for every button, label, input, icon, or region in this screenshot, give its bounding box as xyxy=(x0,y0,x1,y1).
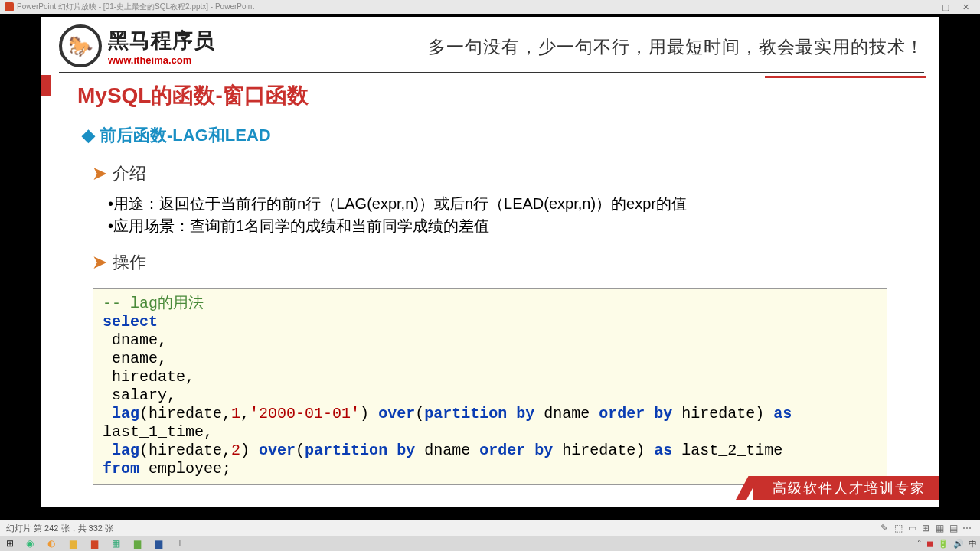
app-icon[interactable]: ▆ xyxy=(129,537,145,549)
titlebar-text: PowerPoint 幻灯片放映 - [01-史上最全的SQL教程2.pptx]… xyxy=(17,2,254,12)
taskbar: ⊞ ◉ ◐ ▆ ▆ ▦ ▆ ▆ T ˄ ◼ 🔋 🔊 中 xyxy=(0,536,980,551)
logo-cn: 黑马程序员 xyxy=(108,27,215,54)
explorer-icon[interactable]: ▆ xyxy=(64,537,81,549)
arrow-icon: ➤ xyxy=(93,164,106,183)
code-keyword: over xyxy=(259,442,296,459)
footer-badge: 高级软件人才培训专家 xyxy=(753,476,939,500)
reading-view-icon[interactable]: ▦ xyxy=(933,523,946,533)
bullet-scenario: •应用场景：查询前1名同学的成绩和当前同学成绩的差值 xyxy=(108,215,903,237)
normal-view-icon[interactable]: ▭ xyxy=(905,523,919,533)
code-string: '2000-01-01' xyxy=(250,405,360,422)
tray-volume-icon[interactable]: 🔊 xyxy=(953,539,964,549)
page-title: MySQL的函数-窗口函数 xyxy=(77,81,903,110)
code-number: 2 xyxy=(231,442,240,459)
code-col: last_1_time, xyxy=(103,423,213,441)
browser-icon[interactable]: ◐ xyxy=(43,537,60,549)
sorter-view-icon[interactable]: ⊞ xyxy=(919,523,933,533)
slideshow-icon[interactable]: ▤ xyxy=(946,523,960,533)
subtitle: ◆前后函数-LAG和LEAD xyxy=(82,124,903,147)
powerpoint-task-icon[interactable]: ▆ xyxy=(86,537,103,549)
statusbar: 幻灯片 第 242 张，共 332 张 ✎ ⬚ ▭ ⊞ ▦ ▤ ⋯ xyxy=(0,520,980,536)
code-keyword: select xyxy=(103,313,158,331)
pointer-icon[interactable]: ⬚ xyxy=(891,523,905,533)
code-keyword: as xyxy=(654,442,672,459)
code-keyword: lag xyxy=(103,442,139,459)
tray-ime-icon[interactable]: 中 xyxy=(969,538,977,549)
code-col: dname, xyxy=(103,331,167,349)
tray-app-icon[interactable]: ◼ xyxy=(926,539,933,549)
maximize-button[interactable]: ▢ xyxy=(936,2,956,12)
header-accent xyxy=(765,76,926,78)
system-tray[interactable]: ˄ ◼ 🔋 🔊 中 xyxy=(917,538,977,549)
code-block: -- lag的用法 select dname, ename, hiredate,… xyxy=(93,288,887,485)
section-ops: ➤操作 xyxy=(93,251,903,274)
code-number: 1 xyxy=(231,405,240,422)
logo: 🐎 黑马程序员 www.itheima.com xyxy=(59,24,215,67)
calc-icon[interactable]: ▦ xyxy=(107,537,124,549)
pen-icon[interactable]: ✎ xyxy=(877,523,891,533)
bullet-usage: •用途：返回位于当前行的前n行（LAG(expr,n)）或后n行（LEAD(ex… xyxy=(108,193,903,215)
slide-content: MySQL的函数-窗口函数 ◆前后函数-LAG和LEAD ➤介绍 •用途：返回位… xyxy=(41,73,939,485)
slide-header: 🐎 黑马程序员 www.itheima.com 多一句没有，少一句不行，用最短时… xyxy=(41,17,939,67)
code-col: hiredate, xyxy=(103,368,194,386)
code-keyword: lag xyxy=(103,405,139,422)
arrow-icon: ➤ xyxy=(93,253,106,272)
slide-counter: 幻灯片 第 242 张，共 332 张 xyxy=(6,523,113,534)
section-intro: ➤介绍 xyxy=(93,162,903,185)
slide-stage: 🐎 黑马程序员 www.itheima.com 多一句没有，少一句不行，用最短时… xyxy=(0,14,980,520)
text-icon[interactable]: T xyxy=(172,537,188,549)
powerpoint-icon xyxy=(5,2,14,11)
titlebar: PowerPoint 幻灯片放映 - [01-史上最全的SQL教程2.pptx]… xyxy=(0,0,980,14)
tagline: 多一句没有，少一句不行，用最短时间，教会最实用的技术！ xyxy=(428,35,924,59)
code-keyword: order by xyxy=(599,405,672,422)
code-keyword: partition by xyxy=(424,405,534,422)
code-col: ename, xyxy=(103,350,167,367)
intro-bullets: •用途：返回位于当前行的前n行（LAG(expr,n)）或后n行（LEAD(ex… xyxy=(108,193,903,237)
logo-icon: 🐎 xyxy=(59,24,102,67)
start-button[interactable]: ⊞ xyxy=(3,537,17,549)
code-keyword: over xyxy=(378,405,415,422)
code-keyword: order by xyxy=(479,442,553,459)
diamond-icon: ◆ xyxy=(82,126,95,145)
tray-up-icon[interactable]: ˄ xyxy=(917,539,922,549)
tray-battery-icon[interactable]: 🔋 xyxy=(938,539,949,549)
code-col: salary, xyxy=(103,386,176,404)
code-keyword: as xyxy=(773,405,792,422)
code-keyword: from xyxy=(103,460,139,478)
chrome-icon[interactable]: ◉ xyxy=(21,537,38,549)
code-comment: -- lag的用法 xyxy=(103,295,204,312)
minimize-button[interactable]: — xyxy=(916,2,936,11)
close-button[interactable]: ✕ xyxy=(956,2,975,12)
slide: 🐎 黑马程序员 www.itheima.com 多一句没有，少一句不行，用最短时… xyxy=(41,17,939,507)
logo-url: www.itheima.com xyxy=(108,54,215,66)
code-keyword: partition by xyxy=(305,442,415,459)
word-icon[interactable]: ▆ xyxy=(150,537,167,549)
code-table: employee; xyxy=(139,460,231,478)
left-accent xyxy=(41,75,51,96)
more-icon[interactable]: ⋯ xyxy=(960,523,974,533)
